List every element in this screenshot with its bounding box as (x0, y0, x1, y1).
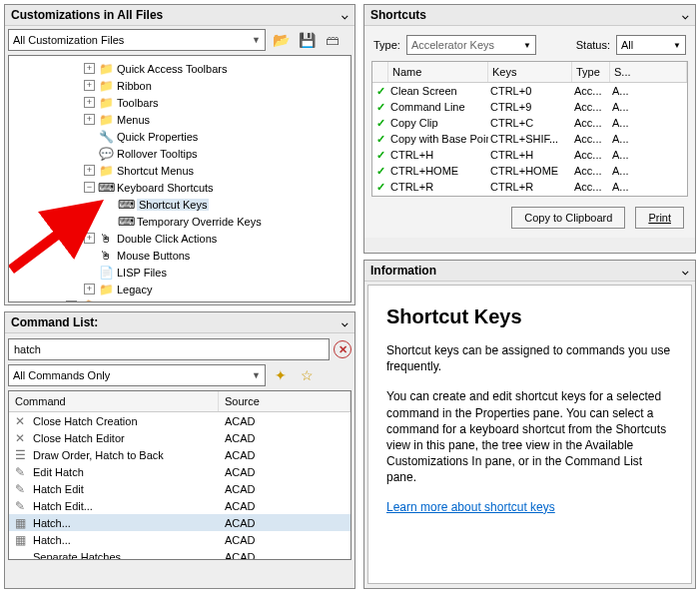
save-all-icon[interactable]: 🗃 (322, 29, 344, 51)
tree-expander[interactable]: + (84, 80, 95, 91)
command-row[interactable]: ☰Draw Order, Hatch to BackACAD (9, 446, 350, 463)
col-name[interactable]: Name (388, 62, 488, 82)
customization-files-combo[interactable]: All Customization Files ▼ (8, 29, 266, 51)
command-row[interactable]: Separate HatchesACAD (9, 548, 350, 560)
tree-item[interactable]: ⌨Shortcut Keys (11, 196, 349, 213)
col-command[interactable]: Command (9, 391, 219, 411)
new-command-icon[interactable]: ✦ (270, 364, 292, 386)
info-paragraph-2: You can create and edit shortcut keys fo… (386, 388, 673, 485)
shortcut-type: Acc... (572, 165, 610, 177)
tree-item[interactable]: +📁Quick Access Toolbars (11, 60, 349, 77)
customizations-panel: Customizations in All Files ⌵ All Custom… (4, 4, 355, 305)
tree-item[interactable]: +📦AUTODESKSEEK (11, 297, 349, 302)
shortcut-type: Acc... (572, 133, 610, 145)
command-row[interactable]: ✕Close Hatch EditorACAD (9, 429, 350, 446)
collapse-icon[interactable]: ⌵ (682, 265, 689, 278)
tree-node-icon: ⌨ (98, 180, 114, 196)
command-list-panel: Command List: ⌵ ✕ All Commands Only ▼ ✦ … (4, 311, 355, 589)
tree-node-label: Rollover Tooltips (117, 148, 198, 160)
collapse-icon[interactable]: ⌵ (342, 316, 349, 329)
tree-item[interactable]: ⌨Temporary Override Keys (11, 213, 349, 230)
command-table-header[interactable]: Command Source (9, 391, 350, 412)
col-type[interactable]: Type (572, 62, 610, 82)
tree-item[interactable]: 📄LISP Files (11, 264, 349, 281)
command-row[interactable]: ▦Hatch...ACAD (9, 514, 350, 531)
shortcut-row[interactable]: ✓Clean ScreenCTRL+0Acc...A... (372, 83, 687, 99)
shortcut-keys: CTRL+0 (488, 85, 572, 97)
tree-expander[interactable]: + (84, 284, 95, 295)
save-icon[interactable]: 💾 (296, 29, 318, 51)
tree-expander[interactable]: + (84, 97, 95, 108)
tree-item[interactable]: +🖱Double Click Actions (11, 230, 349, 247)
type-label: Type: (373, 39, 400, 51)
col-keys[interactable]: Keys (488, 62, 572, 82)
tree-item[interactable]: −⌨Keyboard Shortcuts (11, 179, 349, 196)
shortcut-source: A... (610, 181, 687, 193)
command-icon: ✕ (9, 431, 31, 445)
tree-expander[interactable]: + (84, 165, 95, 176)
tree-item[interactable]: +📁Toolbars (11, 94, 349, 111)
information-title: Information (370, 264, 436, 278)
tree-expander[interactable]: − (84, 182, 95, 193)
copy-to-clipboard-button[interactable]: Copy to Clipboard (511, 207, 625, 229)
shortcut-row[interactable]: ✓Command LineCTRL+9Acc...A... (372, 99, 687, 115)
favorite-icon[interactable]: ☆ (296, 364, 318, 386)
customizations-header: Customizations in All Files ⌵ (5, 5, 354, 26)
shortcut-keys: CTRL+R (488, 181, 572, 193)
info-heading: Shortcut Keys (386, 305, 673, 328)
command-table[interactable]: Command Source ✕Close Hatch CreationACAD… (8, 390, 351, 560)
combo-value: All Commands Only (13, 369, 110, 381)
shortcut-row[interactable]: ✓Copy with Base PointCTRL+SHIF...Acc...A… (372, 131, 687, 147)
print-button[interactable]: Print (635, 207, 684, 229)
tree-item[interactable]: +📁Shortcut Menus (11, 162, 349, 179)
tree-item[interactable]: 🔧Quick Properties (11, 128, 349, 145)
command-category-combo[interactable]: All Commands Only ▼ (8, 364, 266, 386)
command-search-input[interactable] (8, 338, 330, 360)
tree-expander[interactable]: + (66, 300, 77, 302)
tree-item[interactable]: 💬Rollover Tooltips (11, 145, 349, 162)
shortcut-row[interactable]: ✓CTRL+HCTRL+HAcc...A... (372, 147, 687, 163)
collapse-icon[interactable]: ⌵ (342, 9, 349, 22)
shortcut-source: A... (610, 133, 687, 145)
tree-expander[interactable]: + (84, 233, 95, 244)
command-icon: ▦ (9, 516, 31, 530)
tree-item[interactable]: +📁Menus (11, 111, 349, 128)
customizations-title: Customizations in All Files (11, 8, 163, 22)
col-source[interactable]: S... (610, 62, 687, 82)
col-source[interactable]: Source (219, 391, 350, 411)
tree-item[interactable]: 🖱Mouse Buttons (11, 247, 349, 264)
tree-node-icon: 🖱 (98, 248, 114, 264)
command-row[interactable]: ▦Hatch...ACAD (9, 531, 350, 548)
tree-node-icon: 📁 (98, 112, 114, 128)
shortcuts-table[interactable]: Name Keys Type S... ✓Clean ScreenCTRL+0A… (371, 61, 688, 197)
shortcuts-panel: Shortcuts ⌵ Type: Accelerator Keys ▼ Sta… (363, 4, 696, 254)
shortcuts-table-header[interactable]: Name Keys Type S... (372, 62, 687, 83)
tree-node-label: AUTODESKSEEK (99, 300, 189, 303)
command-row[interactable]: ✎Hatch EditACAD (9, 480, 350, 497)
tree-item[interactable]: +📁Legacy (11, 281, 349, 297)
command-list-title: Command List: (11, 315, 98, 329)
learn-more-link[interactable]: Learn more about shortcut keys (386, 500, 555, 514)
tree-expander[interactable]: + (84, 114, 95, 125)
clear-search-icon[interactable]: ✕ (334, 340, 351, 358)
command-icon: ✕ (9, 414, 31, 428)
check-icon: ✓ (372, 85, 388, 98)
command-row[interactable]: ✎Hatch Edit...ACAD (9, 497, 350, 514)
tree-item[interactable]: +📁Ribbon (11, 77, 349, 94)
shortcut-type-combo[interactable]: Accelerator Keys ▼ (406, 35, 536, 55)
shortcut-row[interactable]: ✓CTRL+RCTRL+RAcc...A... (372, 179, 687, 195)
collapse-icon[interactable]: ⌵ (682, 9, 689, 22)
command-row[interactable]: ✕Close Hatch CreationACAD (9, 412, 350, 429)
shortcut-row[interactable]: ✓Copy ClipCTRL+CAcc...A... (372, 115, 687, 131)
open-file-icon[interactable]: 📂 (270, 29, 292, 51)
command-name: Edit Hatch (31, 466, 219, 478)
tree-expander[interactable]: + (84, 63, 95, 74)
shortcut-status-combo[interactable]: All ▼ (616, 35, 686, 55)
command-icon: ☰ (9, 448, 31, 462)
shortcut-row[interactable]: ✓CTRL+HOMECTRL+HOMEAcc...A... (372, 163, 687, 179)
shortcut-source: A... (610, 85, 687, 97)
command-row[interactable]: ✎Edit HatchACAD (9, 463, 350, 480)
shortcut-source: A... (610, 165, 687, 177)
chevron-down-icon: ▼ (673, 41, 681, 50)
customization-tree[interactable]: +📁Quick Access Toolbars+📁Ribbon+📁Toolbar… (8, 55, 351, 302)
